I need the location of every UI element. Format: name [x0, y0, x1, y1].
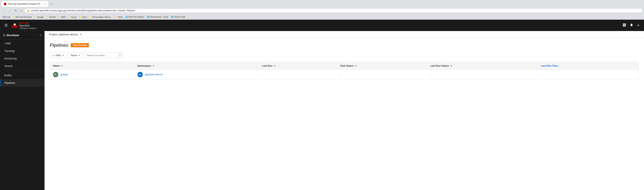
svg-rect-3	[623, 24, 624, 24]
bookmark-github[interactable]: 📁GitHub	[45, 16, 57, 19]
col-last-run-status-sort-icon: ⇅	[450, 65, 452, 67]
page-title: Pipelines	[50, 43, 68, 48]
svg-rect-7	[624, 25, 625, 26]
brand-platform: Container Platform	[19, 27, 36, 29]
forward-button[interactable]: →	[8, 8, 12, 13]
svg-rect-8	[625, 25, 626, 26]
search-input-wrap[interactable]: /	[85, 52, 123, 58]
sidebar: ⬡ Developer ▼ +Add Topology Monitoring S…	[0, 31, 44, 190]
add-button[interactable]: +	[636, 21, 641, 29]
project-chevron-icon: ▼	[80, 33, 82, 36]
brand-text: Red Hat OpenShift Container Platform	[19, 22, 36, 29]
brand: Red Hat OpenShift Container Platform	[11, 22, 621, 29]
col-last-run-time-label: Last Run Time	[541, 64, 558, 67]
project-bar: Project: pipelines-demos ▼	[44, 31, 644, 38]
hamburger-menu-button[interactable]: ☰	[3, 22, 9, 29]
col-task-status-sort-icon: ⇅	[355, 65, 357, 67]
sidebar-item-add-label: +Add	[4, 42, 41, 45]
col-name[interactable]: Name ⇅	[50, 62, 134, 70]
col-last-run-time[interactable]: Last Run Time ↓	[538, 62, 638, 70]
folder-icon: 📁	[68, 16, 71, 18]
sidebar-item-pipelines[interactable]: Pipelines	[0, 79, 44, 87]
perspective-label: ⬡ Developer	[3, 34, 20, 37]
top-nav: ☰ Red Hat OpenShift Container Platform	[0, 20, 644, 31]
apps-grid-button[interactable]	[621, 22, 628, 29]
namespace-link[interactable]: pipelines-demos	[145, 73, 163, 76]
bookmark-azure[interactable]: 📁Azure	[67, 16, 78, 19]
bookmark-google[interactable]: 📁Google	[33, 16, 45, 19]
browser-chrome: Red Hat OpenShift Container Pl... ✕ + ← …	[0, 0, 644, 20]
svg-rect-10	[624, 26, 625, 27]
sidebar-item-topology-label: Topology	[4, 49, 41, 52]
home-button[interactable]: ⌂	[19, 8, 23, 13]
perspective-switcher[interactable]: ⬡ Developer ▼	[0, 31, 44, 40]
svg-point-2	[14, 24, 16, 25]
redhat-logo-svg	[11, 23, 18, 28]
col-namespace[interactable]: Namespace ⇅	[134, 62, 259, 70]
back-button[interactable]: ←	[2, 8, 6, 13]
sidebar-item-add[interactable]: +Add	[0, 40, 44, 47]
reload-button[interactable]: ↻	[14, 8, 18, 13]
folder-icon: 📁	[34, 16, 36, 18]
content-area: Project: pipelines-demos ▼ Pipelines Tec…	[44, 31, 644, 190]
col-last-run-status[interactable]: Last Run Status ⇅	[427, 62, 538, 70]
folder-icon: 📁	[13, 16, 15, 18]
perspective-chevron-icon: ▼	[40, 34, 42, 36]
col-last-run[interactable]: Last Run ⇅	[259, 62, 337, 70]
cell-name: PL greeter	[50, 70, 134, 80]
sidebar-item-builds[interactable]: Builds	[0, 71, 44, 79]
bookmark-docs[interactable]: 📁Docs	[78, 16, 88, 19]
bookmark-aws[interactable]: 📁AWS	[57, 16, 67, 19]
folder-icon: 📁	[58, 16, 60, 18]
folder-icon: 📁	[79, 16, 82, 18]
col-last-run-label: Last Run	[262, 64, 272, 67]
project-selector[interactable]: Project: pipelines-demos ▼	[49, 33, 82, 36]
address-text: console-openshift-console.apps.gcp.kames…	[31, 9, 135, 12]
brand-redhat: Red Hat	[19, 22, 36, 24]
bookmark-tools[interactable]: 📁Tools	[114, 16, 124, 19]
name-dropdown-button[interactable]: Name ▼	[68, 53, 83, 58]
svg-rect-9	[623, 26, 624, 27]
svg-rect-11	[625, 26, 626, 27]
app: ☰ Red Hat OpenShift Container Platform	[0, 20, 644, 190]
col-last-run-time-sort-icon: ↓	[559, 65, 560, 67]
search-input[interactable]	[87, 54, 118, 57]
lock-icon: 🔒	[27, 10, 30, 12]
main-layout: ⬡ Developer ▼ +Add Topology Monitoring S…	[0, 31, 644, 190]
brand-openshift: OpenShift	[19, 24, 36, 27]
sidebar-item-pipelines-label: Pipelines	[4, 81, 41, 84]
active-tab[interactable]: Red Hat OpenShift Container Pl... ✕	[2, 1, 48, 7]
search-shortcut: /	[118, 54, 121, 57]
col-task-status[interactable]: Task Status ⇅	[337, 62, 428, 70]
sidebar-item-search[interactable]: Search	[0, 62, 44, 70]
sidebar-item-monitoring[interactable]: Monitoring	[0, 55, 44, 62]
col-namespace-sort-icon: ⇅	[152, 65, 154, 67]
folder-icon: 📁	[46, 16, 49, 18]
tab-close-button[interactable]: ✕	[44, 3, 46, 5]
toolbar: ⧍ Filter ▼ Name ▼ /	[50, 52, 639, 58]
bell-icon	[630, 23, 633, 27]
notifications-button[interactable]	[628, 22, 635, 29]
namespace-ns-badge: NS	[138, 72, 143, 77]
filter-button[interactable]: ⧍ Filter ▼	[50, 52, 66, 58]
svg-rect-5	[625, 24, 626, 24]
bookmark-redhat-registry[interactable]: 🌐 Red Hat Registry	[124, 15, 146, 19]
name-label: Name	[71, 54, 78, 57]
bookmark-dockerhub[interactable]: 🌐 Docker Hub	[170, 15, 186, 19]
tab-bar: Red Hat OpenShift Container Pl... ✕ +	[0, 0, 644, 7]
sidebar-item-monitoring-label: Monitoring	[4, 57, 41, 60]
new-tab-button[interactable]: +	[49, 2, 54, 7]
pipelines-table-wrap: Name ⇅ Namespace ⇅ Last Run ⇅	[50, 62, 639, 80]
address-bar[interactable]: 🔒 console-openshift-console.apps.gcp.kam…	[24, 8, 642, 13]
bookmark-redhat-external[interactable]: 📁Red Hat External	[12, 16, 33, 19]
pipelines-table: Name ⇅ Namespace ⇅ Last Run ⇅	[50, 62, 638, 79]
col-name-sort-icon: ⇅	[61, 65, 63, 67]
filter-label: Filter	[56, 54, 61, 57]
bookmark-quay[interactable]: 🌐 Repositories · Quay	[146, 15, 170, 19]
cell-task-status: -	[337, 70, 428, 80]
pipeline-name-link[interactable]: greeter	[60, 73, 68, 76]
bookmark-presentation[interactable]: 📁Presentation Resou...	[88, 16, 113, 19]
sidebar-nav: +Add Topology Monitoring Search Builds P…	[0, 40, 44, 190]
sidebar-item-topology[interactable]: Topology	[0, 47, 44, 55]
bookmark-redhat[interactable]: Red Hat	[2, 16, 11, 19]
